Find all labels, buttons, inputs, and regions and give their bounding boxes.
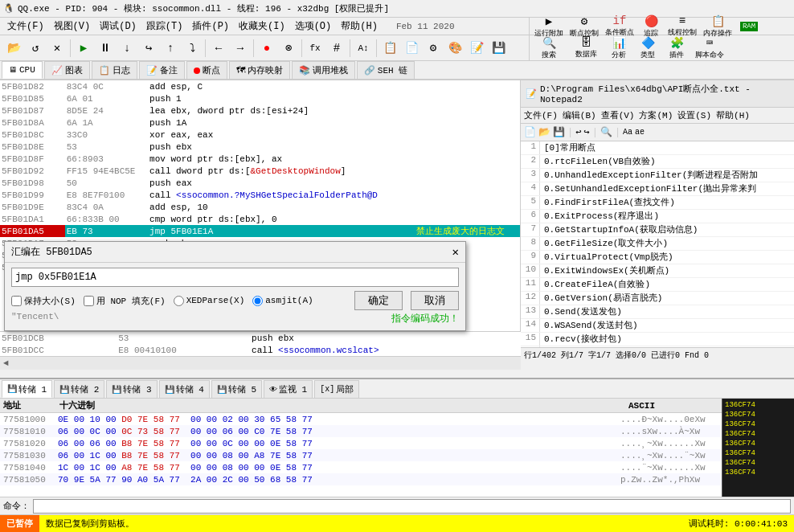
disasm-row[interactable]: 5FB01D8C 33C0 xor eax, eax	[0, 129, 520, 141]
notepad-content[interactable]: 1 [0]常用断点 2 0.rtcFileLen(VB自效验) 3 0.Unha…	[521, 141, 794, 347]
btn-palette[interactable]: 🎨	[444, 38, 465, 59]
tab-memory-map[interactable]: 🗺 内存映射	[229, 61, 290, 79]
btn-hw-bp[interactable]: ⊗	[278, 38, 299, 59]
tab-cpu[interactable]: 🖥 CPU	[2, 61, 43, 79]
disasm-row[interactable]: 5FB01D8E 53 push ebx	[0, 141, 520, 153]
xedparse-radio[interactable]	[174, 296, 184, 306]
btn-step-out[interactable]: ↑	[160, 38, 181, 59]
np-btn-redo[interactable]: ↪	[583, 126, 589, 138]
btn-close[interactable]: ✕	[47, 38, 68, 59]
menu-options[interactable]: 选项(O)	[291, 18, 336, 35]
asmjit-radio[interactable]	[252, 296, 263, 306]
np-menu-view[interactable]: 查看(V)	[601, 109, 635, 121]
btab-dump1[interactable]: 💾 转储 1	[2, 380, 52, 398]
nop-fill-checkbox[interactable]	[84, 296, 94, 306]
disasm-row[interactable]: 5FB01D99 E8 8E7F0100 call <ssocommon.?My…	[0, 189, 520, 201]
tab-chart[interactable]: 📈 图表	[44, 61, 90, 79]
btn-mem-ops[interactable]: 📋 内存操作	[702, 14, 734, 39]
tab-breakpoints[interactable]: 断点	[186, 61, 227, 79]
btn-run-attach[interactable]: ▶ 运行附加	[533, 14, 565, 39]
hex-row-2[interactable]: 77581010 06 00 0C 00 0C 73 58 77 00 00 0…	[0, 425, 722, 437]
radio-xedparse[interactable]: XEDParse(X)	[174, 296, 245, 306]
disasm-row[interactable]: 5FB01D8A 6A 1A push 1A	[0, 117, 520, 129]
btn-analyze[interactable]: 📊 分析	[607, 36, 631, 60]
btn-log-btn[interactable]: 📝	[466, 38, 487, 59]
btn-cond-bp[interactable]: if 条件断点	[604, 14, 636, 38]
btn-undo[interactable]: ←	[208, 38, 229, 59]
btn-open[interactable]: 📂	[3, 38, 24, 59]
btn-database[interactable]: 🗄 数据库	[570, 36, 602, 59]
btn-copy[interactable]: 📋	[379, 38, 400, 59]
btab-local[interactable]: [x] 局部	[314, 380, 359, 398]
btn-save2[interactable]: 💾	[488, 38, 509, 59]
np-menu-scheme[interactable]: 方案(M)	[639, 109, 673, 121]
btab-dump5[interactable]: 💾 转储 5	[211, 380, 262, 398]
hex-row-3[interactable]: 77581020 06 00 06 00 B8 7E 58 77 00 00 0…	[0, 437, 722, 449]
disasm-row-dcc[interactable]: 5FB01DCC E8 00410100 call <ssocommon.wcs…	[0, 344, 521, 356]
dialog-cancel-button[interactable]: 取消	[411, 291, 459, 310]
keep-size-checkbox[interactable]	[11, 296, 22, 306]
btn-pause[interactable]: ⏸	[95, 38, 116, 59]
menu-debug[interactable]: 调试(D)	[96, 18, 141, 35]
menu-view[interactable]: 视图(V)	[50, 18, 95, 35]
btab-dump2[interactable]: 💾 转储 2	[54, 380, 104, 398]
btn-breakpoint-ctrl[interactable]: ⚙ 断点控制	[568, 14, 600, 39]
tab-notes[interactable]: 📝 备注	[139, 61, 185, 79]
btn-font[interactable]: A↕	[353, 38, 374, 59]
radio-asmjit[interactable]: asmjit(A)	[252, 296, 313, 306]
np-menu-file[interactable]: 文件(F)	[524, 109, 558, 121]
btn-plugins[interactable]: 🧩 插件	[665, 36, 689, 60]
hex-row-6[interactable]: 77581050 70 9E 5A 77 90 A0 5A 77 2A 00 2…	[0, 473, 722, 485]
np-menu-help[interactable]: 帮助(H)	[716, 109, 750, 121]
btn-ram[interactable]: RAM	[737, 22, 761, 31]
btn-restart[interactable]: ↺	[25, 38, 46, 59]
btn-script-cmd[interactable]: ⌨ 脚本命令	[694, 36, 726, 60]
btab-dump4[interactable]: 💾 转储 4	[159, 380, 210, 398]
menu-fav[interactable]: 收藏夹(I)	[235, 18, 289, 35]
btab-watch1[interactable]: 👁 监视 1	[264, 380, 313, 398]
checkbox-nop[interactable]: 用 NOP 填充(F)	[84, 295, 166, 307]
btn-settings2[interactable]: ⚙	[423, 38, 444, 59]
np-btn-undo[interactable]: ↩	[575, 126, 581, 138]
jump-input[interactable]	[11, 268, 459, 287]
disasm-row[interactable]: 5FB01D9E 83C4 0A add esp, 10	[0, 201, 520, 213]
btn-fx[interactable]: fx	[305, 38, 325, 59]
disasm-row[interactable]: 5FB01DA1 66:833B 00 cmp word ptr ds:[ebx…	[0, 213, 520, 225]
np-btn-save[interactable]: 💾	[553, 126, 565, 138]
btab-dump3[interactable]: 💾 转储 3	[106, 380, 157, 398]
btn-trace[interactable]: 🔴 追踪	[639, 14, 663, 39]
hex-row-5[interactable]: 77581040 1C 00 1C 00 A8 7E 58 77 00 00 0…	[0, 461, 722, 473]
disasm-row[interactable]: 5FB01D85 6A 01 push 1	[0, 92, 520, 104]
disasm-row-highlighted[interactable]: 5FB01DA5 EB 73 jmp 5FB01E1A 禁止生成废大的日志文	[0, 225, 520, 237]
btn-step-into[interactable]: ↓	[117, 38, 137, 59]
btn-run[interactable]: ▶	[73, 38, 94, 59]
disasm-row[interactable]: 5FB01D87 8D5E 24 lea ebx, dword ptr ds:[…	[0, 104, 520, 117]
disasm-row[interactable]: 5FB01D98 50 push eax	[0, 177, 520, 189]
disasm-row-dcb[interactable]: 5FB01DCB 53 push ebx	[0, 332, 521, 344]
menu-plugin[interactable]: 插件(P)	[188, 18, 233, 35]
btn-step-over[interactable]: ↪	[138, 38, 159, 59]
menu-trace[interactable]: 跟踪(T)	[142, 18, 187, 35]
menu-help[interactable]: 帮助(H)	[337, 18, 382, 35]
btn-paste[interactable]: 📄	[401, 38, 422, 59]
tab-log[interactable]: 📋 日志	[92, 61, 137, 79]
btn-types[interactable]: 🔷 类型	[636, 36, 660, 60]
btn-search[interactable]: 🔍 搜索	[533, 36, 565, 60]
btn-hash[interactable]: #	[326, 38, 347, 59]
np-btn-find[interactable]: 🔍	[600, 126, 612, 138]
btn-breakpoint[interactable]: ●	[256, 38, 277, 59]
hex-row-4[interactable]: 77581030 06 00 1C 00 B8 7E 58 77 00 00 0…	[0, 449, 722, 461]
tab-callstack[interactable]: 📚 调用堆栈	[292, 61, 355, 79]
np-btn-open[interactable]: 📂	[538, 126, 550, 138]
dialog-ok-button[interactable]: 确定	[354, 291, 403, 310]
btn-run-to-user[interactable]: ⤵	[182, 38, 203, 59]
btn-thread-ctrl[interactable]: ≡ 线程控制	[666, 14, 698, 38]
disasm-row[interactable]: 5FB01D92 FF15 94E4BC5E call dword ptr ds…	[0, 165, 520, 177]
btn-redo[interactable]: →	[230, 38, 251, 59]
np-btn-new[interactable]: 📄	[524, 126, 536, 138]
tab-seh[interactable]: 🔗 SEH 链	[357, 61, 415, 79]
checkbox-keep-size[interactable]: 保持大小(S)	[11, 295, 76, 307]
disasm-row[interactable]: 5FB01D8F 66:8903 mov word ptr ds:[ebx], …	[0, 153, 520, 165]
np-menu-edit[interactable]: 编辑(B)	[563, 109, 596, 121]
menu-file[interactable]: 文件(F)	[3, 18, 48, 35]
